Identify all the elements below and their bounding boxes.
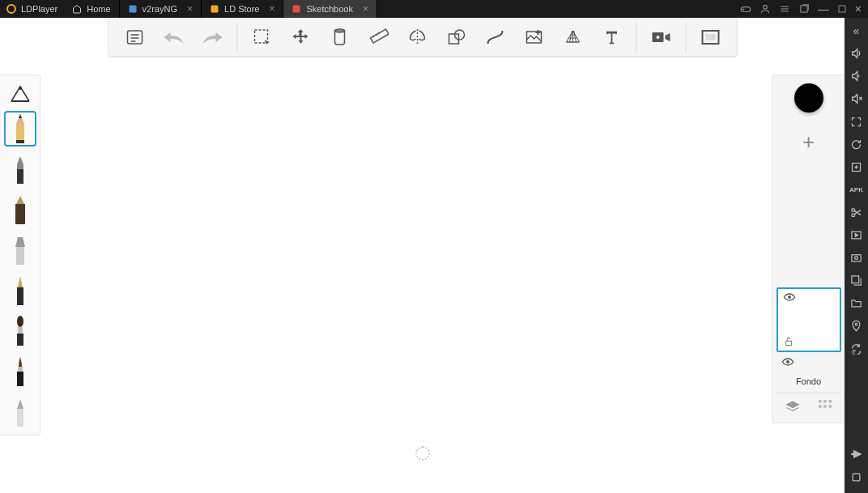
brush-round-brush[interactable] [4,313,36,349]
ldplayer-logo-icon [6,4,16,14]
curve-button[interactable] [477,21,513,53]
visibility-icon[interactable] [781,357,841,367]
close-icon[interactable]: × [269,3,274,15]
sketchbook-icon [291,4,301,14]
tab-v2rayng[interactable]: v2rayNG × [120,0,202,18]
titlebar-left: LDPlayer [0,0,64,18]
lock-icon[interactable] [783,336,794,347]
workspace: + Fondo [0,18,868,493]
svg-point-6 [763,5,767,9]
titlebar-controls: — × [734,0,868,18]
svg-rect-55 [829,405,832,408]
multi-icon[interactable] [849,272,865,288]
svg-point-49 [786,361,789,363]
popout-icon[interactable] [798,3,810,15]
back-nav-icon[interactable] [849,446,865,462]
app-name: LDPlayer [21,4,57,14]
close-icon[interactable]: × [363,3,368,15]
import-image-button[interactable] [516,21,551,53]
fullscreen-icon[interactable] [849,113,865,130]
brush-current[interactable] [3,80,37,109]
svg-rect-11 [839,6,845,12]
fullscreen-button[interactable] [692,21,728,53]
emulator-sidebar: « APK [845,18,868,493]
store-icon [210,4,219,14]
svg-rect-1 [211,6,219,13]
brush-chisel[interactable] [4,232,36,268]
layer-stack-icon[interactable] [785,400,800,413]
scissors-icon[interactable] [849,204,865,220]
add-layer-button[interactable]: + [793,125,825,158]
volume-down-icon[interactable] [849,68,865,84]
user-icon[interactable] [760,3,771,15]
folder-icon[interactable] [849,295,865,311]
layers-panel: + Fondo [772,74,845,423]
menu-lines-icon[interactable] [779,3,790,15]
rotate-icon[interactable] [849,136,865,152]
screenshot-icon[interactable] [849,249,865,266]
text-button[interactable] [594,21,629,53]
svg-rect-36 [16,140,24,143]
ruler-button[interactable] [360,21,396,53]
menu-button[interactable] [117,21,152,53]
select-button[interactable] [244,21,279,53]
volume-mute-icon[interactable] [849,91,865,107]
app-icon [128,4,138,14]
svg-point-66 [855,323,857,325]
transform-button[interactable] [283,21,318,53]
svg-point-60 [852,208,855,211]
close-window-icon[interactable]: × [855,2,862,15]
svg-rect-53 [819,405,822,408]
toolbar-divider [236,22,237,53]
svg-rect-67 [853,474,860,481]
grid-icon[interactable] [819,400,832,413]
svg-rect-51 [823,400,827,403]
svg-rect-50 [819,400,822,403]
apk-icon[interactable]: APK [849,181,865,198]
collapse-icon[interactable]: « [849,23,865,39]
color-swatch[interactable] [794,83,823,113]
timelapse-button[interactable] [643,21,679,53]
svg-rect-32 [705,34,715,40]
home-nav-icon[interactable] [849,469,865,485]
brush-pencil[interactable] [4,111,36,147]
home-icon [72,4,82,14]
location-icon[interactable] [849,317,865,334]
layer-thumb-1[interactable] [777,287,841,352]
gamepad-icon[interactable] [740,3,751,15]
tab-sketchbook[interactable]: Sketchbook × [283,0,377,18]
tab-label: Home [87,4,110,14]
tab-home[interactable]: Home [64,0,119,18]
toolbar-divider [685,22,686,53]
maximize-icon[interactable] [837,4,847,14]
symmetry-button[interactable] [399,21,435,53]
titlebar: LDPlayer Home v2rayNG × LD Store × [0,0,868,18]
fill-button[interactable] [321,21,357,53]
brush-marker[interactable] [4,192,36,227]
brush-airbrush[interactable] [4,394,36,430]
undo-button[interactable] [155,21,191,53]
minimize-icon[interactable]: — [818,2,829,15]
window-tabs: Home v2rayNG × LD Store × Sketchbook × [64,0,734,18]
svg-rect-48 [785,341,791,345]
brush-fine-brush[interactable] [4,354,36,389]
shapes-button[interactable] [438,21,474,53]
play-icon[interactable] [849,227,865,243]
background-layer[interactable]: Fondo [777,357,841,393]
svg-rect-39 [16,247,24,265]
svg-point-34 [19,87,22,90]
install-apk-icon[interactable] [849,159,865,175]
sync-icon[interactable] [849,340,865,356]
svg-point-64 [855,256,858,259]
svg-rect-2 [293,6,300,13]
redo-button[interactable] [194,21,230,53]
close-icon[interactable]: × [187,3,193,15]
tab-ldstore[interactable]: LD Store × [202,0,283,18]
volume-up-icon[interactable] [849,45,865,62]
perspective-button[interactable] [555,21,590,53]
layer-controls [776,393,841,414]
brush-nib[interactable] [4,273,36,308]
visibility-icon[interactable] [783,292,796,302]
brush-list [4,111,36,430]
brush-ink-pen[interactable] [4,151,36,187]
